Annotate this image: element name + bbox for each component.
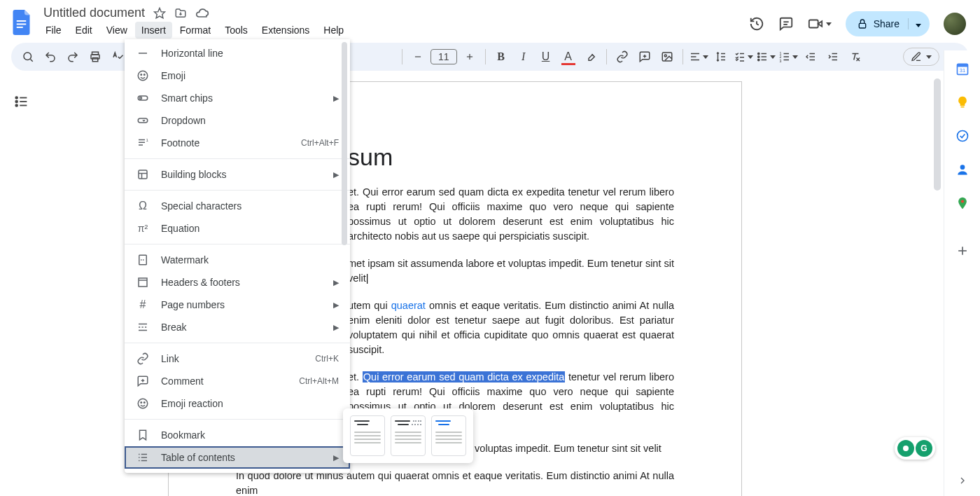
menu-extensions[interactable]: Extensions xyxy=(255,22,316,39)
maps-addon-icon[interactable] xyxy=(955,196,969,210)
blocks-icon xyxy=(136,168,150,181)
svg-point-65 xyxy=(138,71,148,81)
menu-item-label: Comment xyxy=(161,376,288,387)
insert-smart-chips[interactable]: Smart chips▶ xyxy=(125,87,350,109)
insert-footnote[interactable]: 1FootnoteCtrl+Alt+F xyxy=(125,132,350,154)
menu-format[interactable]: Format xyxy=(174,22,217,39)
grammarly-badges[interactable]: G xyxy=(895,437,935,460)
contacts-addon-icon[interactable] xyxy=(955,163,969,177)
hide-side-panel-icon[interactable] xyxy=(955,474,969,488)
svg-rect-75 xyxy=(139,170,147,179)
insert-watermark[interactable]: Watermark xyxy=(125,249,350,271)
insert-break[interactable]: Break▶ xyxy=(125,316,350,338)
increase-indent-button[interactable] xyxy=(823,47,843,67)
undo-button[interactable] xyxy=(41,47,60,67)
document-title[interactable]: Untitled document xyxy=(43,6,145,20)
history-icon[interactable] xyxy=(749,16,764,32)
comments-icon[interactable] xyxy=(778,16,794,32)
insert-horizontal-line[interactable]: Horizontal line xyxy=(125,42,350,64)
keep-addon-icon[interactable] xyxy=(955,95,969,109)
get-addons-icon[interactable] xyxy=(955,244,969,258)
insert-comment-button[interactable] xyxy=(635,47,654,67)
toc-links-option[interactable] xyxy=(431,415,466,456)
highlight-button[interactable] xyxy=(581,47,601,67)
search-menus-button[interactable] xyxy=(18,47,38,67)
cloud-status-icon[interactable] xyxy=(195,6,209,20)
svg-marker-3 xyxy=(155,8,165,18)
insert-table-of-contents[interactable]: Table of contents▶ xyxy=(125,446,350,469)
tasks-addon-icon[interactable] xyxy=(955,129,969,143)
svg-point-50 xyxy=(15,101,18,103)
menu-item-label: Equation xyxy=(161,223,339,234)
svg-point-96 xyxy=(903,446,909,451)
menu-edit[interactable]: Edit xyxy=(69,22,99,39)
italic-button[interactable]: I xyxy=(514,47,533,67)
svg-rect-1 xyxy=(17,24,27,25)
checklist-button[interactable] xyxy=(734,47,753,67)
insert-equation[interactable]: π²Equation xyxy=(125,217,350,240)
insert-page-numbers[interactable]: #Page numbers▶ xyxy=(125,294,350,316)
vertical-scrollbar[interactable] xyxy=(934,78,941,191)
clear-formatting-button[interactable] xyxy=(846,47,865,67)
menu-view[interactable]: View xyxy=(100,22,134,39)
svg-point-66 xyxy=(141,74,142,76)
selected-text: Qui error earum sed quam dicta ex expedi… xyxy=(363,371,565,383)
hyperlink[interactable]: quaerat xyxy=(391,300,426,311)
submenu-arrow-icon: ▶ xyxy=(333,453,339,462)
editing-mode-button[interactable] xyxy=(903,48,939,66)
shortcut-label: Ctrl+K xyxy=(315,354,339,364)
outline-toggle-icon[interactable] xyxy=(14,94,29,109)
toc-submenu xyxy=(343,408,473,463)
svg-point-67 xyxy=(144,74,146,76)
svg-rect-7 xyxy=(859,23,865,28)
zoom-out-button[interactable] xyxy=(408,47,428,67)
toc-plain-option[interactable] xyxy=(350,415,385,456)
bulleted-list-button[interactable] xyxy=(756,47,776,67)
insert-special-characters[interactable]: ΩSpecial characters xyxy=(125,195,350,217)
insert-link-button[interactable] xyxy=(612,47,632,67)
svg-line-9 xyxy=(30,59,32,61)
share-caret-icon[interactable] xyxy=(908,18,921,29)
menu-item-label: Page numbers xyxy=(161,299,322,310)
meet-icon[interactable] xyxy=(808,16,832,32)
star-icon[interactable] xyxy=(153,7,166,20)
share-button[interactable]: Share xyxy=(846,11,930,36)
move-icon[interactable] xyxy=(174,7,187,20)
insert-headers-footers[interactable]: Headers & footers▶ xyxy=(125,271,350,294)
print-button[interactable] xyxy=(85,47,105,67)
redo-button[interactable] xyxy=(63,47,83,67)
numbered-list-button[interactable]: 123 xyxy=(778,47,798,67)
line-spacing-button[interactable] xyxy=(711,47,731,67)
text-color-button[interactable]: A xyxy=(559,47,578,67)
menu-tools[interactable]: Tools xyxy=(218,22,254,39)
menu-insert[interactable]: Insert xyxy=(135,22,172,39)
insert-menu-dropdown: Horizontal lineEmojiSmart chips▶Dropdown… xyxy=(125,39,350,473)
toc-dotted-option[interactable] xyxy=(391,415,426,456)
docs-app-icon[interactable] xyxy=(8,8,36,36)
zoom-in-button[interactable] xyxy=(460,47,479,67)
align-button[interactable] xyxy=(689,47,708,67)
insert-dropdown[interactable]: Dropdown xyxy=(125,109,350,132)
insert-building-blocks[interactable]: Building blocks▶ xyxy=(125,163,350,186)
insert-image-button[interactable] xyxy=(657,47,677,67)
calendar-addon-icon[interactable]: 31 xyxy=(955,62,969,76)
menu-help[interactable]: Help xyxy=(317,22,350,39)
menu-item-label: Table of contents xyxy=(161,452,322,463)
insert-emoji[interactable]: Emoji xyxy=(125,64,350,87)
insert-emoji-reaction[interactable]: Emoji reaction xyxy=(125,392,350,415)
paragraph: In quod dolore ut minus autem qui quaera… xyxy=(236,469,674,496)
insert-comment[interactable]: CommentCtrl+Alt+M xyxy=(125,370,350,392)
underline-button[interactable]: U xyxy=(536,47,556,67)
svg-rect-56 xyxy=(957,64,967,67)
svg-text:1: 1 xyxy=(146,138,149,142)
account-avatar[interactable] xyxy=(944,13,966,35)
menu-file[interactable]: File xyxy=(39,22,68,39)
font-size-input[interactable]: 11 xyxy=(430,49,457,64)
share-label: Share xyxy=(874,18,899,29)
app-header: Untitled document FileEditViewInsertForm… xyxy=(0,0,980,39)
decrease-indent-button[interactable] xyxy=(801,47,820,67)
bold-button[interactable]: B xyxy=(491,47,511,67)
menu-item-label: Bookmark xyxy=(161,429,339,441)
insert-link[interactable]: LinkCtrl+K xyxy=(125,347,350,370)
insert-bookmark[interactable]: Bookmark xyxy=(125,424,350,446)
